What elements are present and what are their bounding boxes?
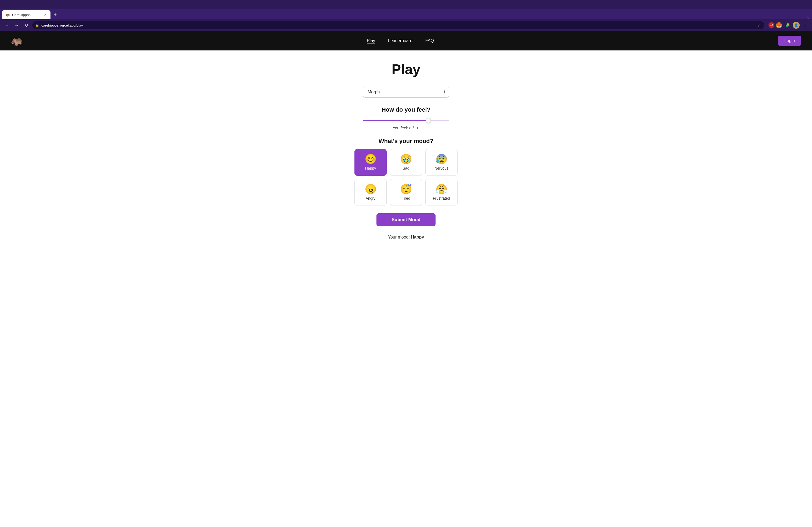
mood-label-sad: Sad — [403, 166, 409, 170]
mood-card-frustrated[interactable]: 😤 Frustrated — [425, 179, 458, 206]
mood-card-happy[interactable]: 😊 Happy — [354, 149, 387, 176]
mood-card-sad[interactable]: 🥹 Sad — [390, 149, 422, 176]
mood-emoji-happy: 😊 — [365, 154, 377, 164]
mood-card-tired[interactable]: 😴 Tired — [390, 179, 422, 206]
nav-play[interactable]: Play — [367, 39, 375, 43]
mood-emoji-nervous: 😰 — [436, 154, 448, 164]
mood-emoji-angry: 😠 — [365, 184, 377, 194]
forward-button[interactable]: → — [13, 21, 20, 29]
app-logo: 🦛 — [11, 35, 23, 46]
your-mood-value: Happy — [411, 235, 424, 239]
mood-card-angry[interactable]: 😠 Angry — [354, 179, 387, 206]
app-nav: 🦛 Play Leaderboard FAQ Login — [0, 31, 812, 50]
feel-label: You feel: 8 / 10 — [393, 125, 419, 130]
tab-close-button[interactable]: ✕ — [43, 13, 47, 17]
feel-suffix: / 10 — [412, 125, 419, 130]
browser-tab-bar: 🦛 CareHippos ✕ + ⌄ — [0, 9, 812, 19]
mood-label-frustrated: Frustrated — [433, 196, 450, 200]
tab-expand-button[interactable]: ⌄ — [807, 15, 810, 19]
extensions-button[interactable]: 🧩 — [784, 21, 791, 29]
login-button[interactable]: Login — [778, 36, 801, 46]
back-button[interactable]: ← — [3, 21, 11, 29]
mood-label-tired: Tired — [402, 196, 410, 200]
feel-value: 8 — [409, 125, 411, 130]
logo-icon: 🦛 — [11, 35, 23, 46]
your-mood-prefix: Your mood: — [388, 235, 411, 239]
browser-chrome: 🦛 CareHippos ✕ + ⌄ ← → ↻ 🔒 carehippos.ve… — [0, 0, 812, 31]
bookmark-icon[interactable]: ☆ — [757, 23, 761, 27]
browser-tab[interactable]: 🦛 CareHippos ✕ — [2, 10, 50, 19]
browser-nav-bar: ← → ↻ 🔒 carehippos.vercel.app/play ☆ u0 … — [0, 19, 812, 31]
mood-section-title: What's your mood? — [379, 138, 433, 145]
browser-top-bar — [0, 0, 812, 9]
mood-card-nervous[interactable]: 😰 Nervous — [425, 149, 458, 176]
mood-emoji-tired: 😴 — [400, 184, 412, 194]
ublock-icon[interactable]: u0 — [768, 22, 774, 28]
menu-button[interactable]: ⋮ — [801, 21, 809, 29]
game-select[interactable]: Morph — [363, 86, 449, 98]
lock-icon: 🔒 — [35, 24, 39, 27]
feel-slider-wrapper — [363, 118, 449, 122]
browser-toolbar: u0 🦊 🧩 👤 ⋮ — [768, 21, 809, 29]
tab-title: CareHippos — [12, 13, 31, 17]
mood-emoji-frustrated: 😤 — [436, 184, 448, 194]
nav-leaderboard[interactable]: Leaderboard — [388, 39, 412, 43]
reload-button[interactable]: ↻ — [23, 21, 30, 29]
page-title: Play — [392, 61, 420, 77]
feel-slider[interactable] — [363, 120, 449, 121]
feel-section-title: How do you feel? — [381, 106, 431, 113]
nav-faq[interactable]: FAQ — [425, 39, 434, 43]
tab-favicon: 🦛 — [5, 13, 10, 17]
main-content: Play Morph ⬍ How do you feel? You feel: … — [0, 50, 812, 256]
submit-mood-button[interactable]: Submit Mood — [376, 213, 436, 226]
extension-icon[interactable]: 🦊 — [776, 22, 782, 28]
mood-emoji-sad: 🥹 — [400, 154, 412, 164]
your-mood-display: Your mood: Happy — [388, 235, 424, 240]
profile-avatar[interactable]: 👤 — [793, 22, 800, 29]
new-tab-button[interactable]: + — [52, 11, 59, 18]
mood-label-nervous: Nervous — [434, 166, 448, 170]
feel-label-prefix: You feel: — [393, 125, 409, 130]
mood-label-angry: Angry — [366, 196, 376, 200]
mood-label-happy: Happy — [365, 166, 376, 170]
nav-links: Play Leaderboard FAQ — [367, 39, 434, 43]
address-bar[interactable]: 🔒 carehippos.vercel.app/play ☆ — [32, 21, 764, 29]
mood-grid: 😊 Happy 🥹 Sad 😰 Nervous 😠 Angry 😴 Tired … — [354, 149, 458, 206]
game-select-wrapper: Morph ⬍ — [363, 86, 449, 98]
address-url: carehippos.vercel.app/play — [41, 23, 83, 27]
